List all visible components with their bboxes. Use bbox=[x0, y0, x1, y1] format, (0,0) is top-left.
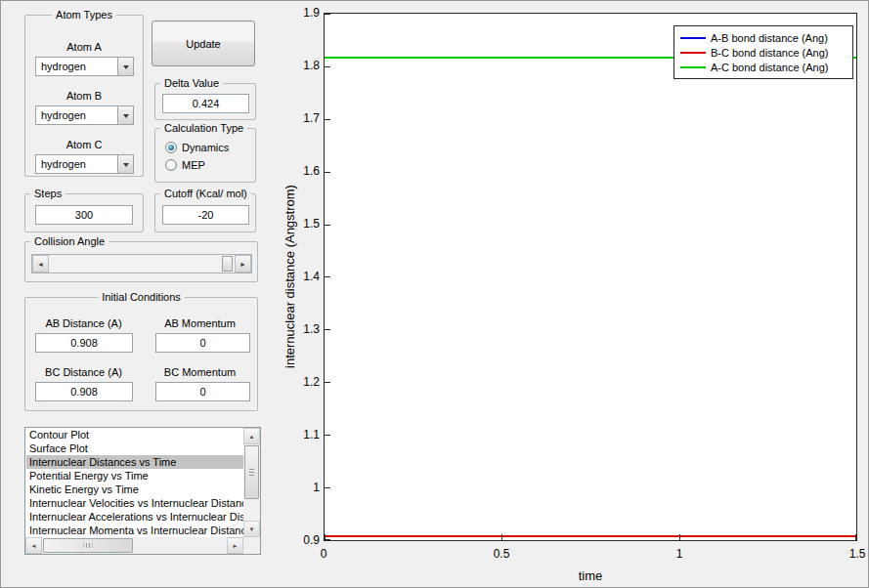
y-tick-label: 1.4 bbox=[286, 270, 320, 283]
scroll-right-icon[interactable]: ► bbox=[227, 537, 243, 554]
steps-title: Steps bbox=[30, 188, 65, 200]
list-item[interactable]: Potential Energy vs Time bbox=[26, 469, 243, 483]
bc-distance-label: BC Distance (A) bbox=[25, 366, 142, 378]
y-tick bbox=[325, 14, 330, 15]
y-tick-label: 1.2 bbox=[286, 375, 320, 389]
legend-label: A-B bond distance (Ang) bbox=[711, 32, 828, 44]
scrollbar-corner bbox=[243, 537, 260, 554]
y-tick-label: 1.7 bbox=[286, 111, 320, 125]
steps-panel: Steps 300 bbox=[24, 193, 144, 232]
y-tick bbox=[325, 119, 330, 120]
legend-entry: A-C bond distance (Ang) bbox=[674, 60, 852, 74]
y-tick-label: 1 bbox=[286, 481, 320, 494]
collision-angle-title: Collision Angle bbox=[30, 235, 109, 248]
y-tick bbox=[325, 382, 330, 383]
chevron-down-icon[interactable] bbox=[117, 155, 133, 173]
atom-c-value: hydrogen bbox=[36, 155, 117, 173]
y-tick bbox=[325, 66, 330, 67]
dynamics-radio[interactable]: Dynamics bbox=[165, 141, 229, 154]
plot-area: A-B bond distance (Ang) B-C bond distanc… bbox=[324, 13, 857, 541]
scroll-down-icon[interactable]: ▼ bbox=[243, 521, 260, 537]
horizontal-scroll-thumb[interactable] bbox=[43, 538, 133, 553]
legend-entry: A-B bond distance (Ang) bbox=[674, 30, 852, 45]
y-tick bbox=[325, 487, 330, 488]
chevron-down-icon[interactable] bbox=[117, 106, 133, 124]
y-tick-label: 1.6 bbox=[286, 164, 320, 178]
collision-angle-panel: Collision Angle ◄ ► bbox=[24, 241, 258, 282]
x-tick-label: 1 bbox=[658, 547, 701, 561]
slider-track[interactable] bbox=[49, 255, 235, 273]
ab-momentum-field[interactable]: 0 bbox=[155, 333, 250, 353]
cutoff-title: Cutoff (Kcal/ mol) bbox=[160, 188, 251, 200]
scroll-left-icon[interactable]: ◄ bbox=[25, 537, 42, 554]
legend-label: B-C bond distance (Ang) bbox=[711, 47, 828, 59]
update-button[interactable]: Update bbox=[152, 21, 255, 66]
vertical-scroll-thumb[interactable] bbox=[244, 445, 259, 499]
atom-a-value: hydrogen bbox=[36, 58, 117, 75]
list-item[interactable]: Kinetic Energy vs Time bbox=[26, 483, 243, 496]
y-tick-label: 1.1 bbox=[286, 428, 320, 441]
slider-left-arrow-icon[interactable]: ◄ bbox=[32, 255, 49, 273]
radio-dot-icon[interactable] bbox=[165, 159, 177, 171]
atom-b-value: hydrogen bbox=[36, 106, 117, 124]
horizontal-scrollbar[interactable]: ◄ ► bbox=[25, 537, 243, 554]
cutoff-panel: Cutoff (Kcal/ mol) -20 bbox=[154, 193, 256, 232]
bc-momentum-field[interactable]: 0 bbox=[155, 382, 250, 401]
atom-c-label: Atom C bbox=[25, 139, 143, 150]
legend-line-swatch bbox=[680, 37, 706, 39]
cutoff-field[interactable]: -20 bbox=[162, 205, 249, 225]
list-item[interactable]: Internuclear Distances vs Time bbox=[26, 455, 243, 469]
bc-distance-field[interactable]: 0.908 bbox=[35, 382, 133, 401]
y-tick bbox=[325, 435, 330, 436]
scroll-up-icon[interactable]: ▲ bbox=[243, 428, 260, 444]
slider-right-arrow-icon[interactable]: ► bbox=[235, 255, 251, 273]
initial-conditions-title: Initial Conditions bbox=[98, 291, 185, 304]
y-tick bbox=[325, 276, 330, 277]
list-item[interactable]: Contour Plot bbox=[26, 428, 243, 441]
mep-radio[interactable]: MEP bbox=[165, 158, 205, 172]
calculation-type-panel: Calculation Type Dynamics MEP bbox=[154, 128, 256, 183]
x-tick-label: 0 bbox=[302, 547, 345, 561]
y-tick-label: 1.5 bbox=[286, 217, 320, 231]
delta-value-field[interactable]: 0.424 bbox=[162, 94, 249, 113]
list-item[interactable]: Internuclear Velocities vs Internuclear … bbox=[26, 496, 243, 510]
legend-line-swatch bbox=[680, 52, 706, 54]
delta-value-panel: Delta Value 0.424 bbox=[154, 83, 256, 120]
atom-c-select[interactable]: hydrogen bbox=[35, 154, 134, 174]
x-tick bbox=[679, 534, 680, 540]
y-tick bbox=[325, 329, 330, 330]
initial-conditions-panel: Initial Conditions AB Distance (A) AB Mo… bbox=[24, 297, 258, 411]
y-tick bbox=[325, 539, 330, 540]
y-tick bbox=[325, 172, 330, 173]
steps-field[interactable]: 300 bbox=[35, 205, 133, 225]
x-tick-label: 0.5 bbox=[480, 547, 523, 561]
ab-momentum-label: AB Momentum bbox=[143, 317, 257, 329]
slider-thumb[interactable] bbox=[222, 256, 233, 272]
x-axis-label: time bbox=[324, 568, 857, 583]
calculation-type-title: Calculation Type bbox=[160, 122, 247, 135]
y-tick-label: 0.9 bbox=[286, 533, 320, 547]
vertical-scrollbar[interactable]: ▲ ▼ bbox=[243, 428, 260, 537]
list-item[interactable]: Internuclear Accelerations vs Internucle… bbox=[26, 510, 243, 524]
plot-type-listbox[interactable]: Contour Plot Surface Plot Internuclear D… bbox=[24, 427, 261, 555]
collision-angle-slider[interactable]: ◄ ► bbox=[31, 254, 252, 273]
atom-types-title: Atom Types bbox=[52, 9, 116, 21]
plot-type-list: Contour Plot Surface Plot Internuclear D… bbox=[26, 428, 243, 537]
ab-distance-field[interactable]: 0.908 bbox=[35, 333, 133, 353]
atom-a-label: Atom A bbox=[25, 41, 143, 53]
atom-a-select[interactable]: hydrogen bbox=[35, 57, 134, 76]
y-tick bbox=[325, 225, 330, 226]
legend-line-swatch bbox=[680, 66, 706, 68]
x-tick bbox=[855, 534, 856, 540]
chevron-down-icon[interactable] bbox=[117, 58, 133, 75]
ab-distance-label: AB Distance (A) bbox=[25, 317, 142, 329]
bc-momentum-label: BC Momentum bbox=[143, 366, 257, 378]
legend-label: A-C bond distance (Ang) bbox=[711, 62, 828, 73]
x-tick bbox=[501, 534, 502, 540]
mep-radio-label: MEP bbox=[182, 159, 205, 171]
delta-value-title: Delta Value bbox=[160, 77, 223, 90]
list-item[interactable]: Internuclear Momenta vs Internuclear Dis… bbox=[26, 524, 243, 537]
list-item[interactable]: Surface Plot bbox=[26, 441, 243, 455]
radio-dot-icon[interactable] bbox=[165, 142, 177, 153]
atom-b-select[interactable]: hydrogen bbox=[35, 105, 134, 125]
